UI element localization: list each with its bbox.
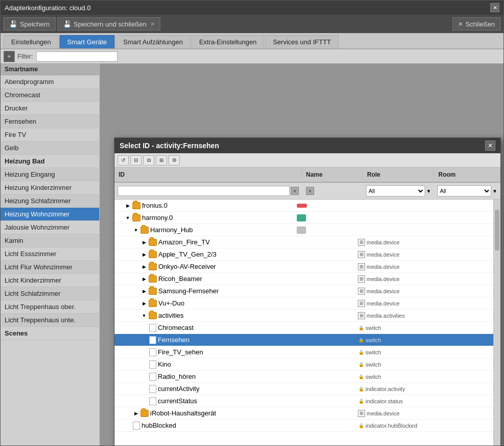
tree-cell-room [427, 241, 493, 243]
expand-icon[interactable]: ▼ [133, 227, 139, 233]
modal-tool-settings[interactable]: ⚙ [169, 155, 180, 165]
tree-row-samsung[interactable]: ▶ Samsung-Fernseher ⊞ media.device [115, 285, 493, 297]
role-text: media.activities [367, 313, 405, 319]
tree-row-apple-tv[interactable]: ▶ Apple_TV_Gen_2/3 ⊞ media.device [115, 248, 493, 261]
filter-input[interactable] [36, 51, 118, 62]
save-button[interactable]: 💾 Speichern [4, 17, 55, 31]
sidebar-item-heizung-schlafzimmer[interactable]: Heizung Schlafzimmer [1, 194, 99, 208]
vscroll-thumb [495, 210, 499, 250]
sidebar-item-firetv[interactable]: Fire TV [1, 128, 99, 142]
sidebar-item-licht-treppenhaus-ober[interactable]: Licht Treppenhaus ober. [1, 300, 99, 314]
tree-cell-room [427, 266, 493, 268]
sidebar-item-heizung-bad[interactable]: Heizung Bad [1, 155, 99, 168]
expand-icon[interactable]: ▶ [141, 288, 147, 294]
tab-services-ifttt[interactable]: Services und IFTTT [265, 35, 339, 48]
col-header-room: Room [434, 170, 500, 180]
tree-cell-role: ⊞ media.device [356, 287, 427, 296]
role-text: media.device [367, 264, 400, 270]
expand-icon[interactable]: ▶ [133, 410, 139, 416]
tree-row-current-activity[interactable]: currentActivity 🔒 indicator.activity [115, 383, 493, 395]
role-filter-select[interactable]: All [366, 185, 425, 197]
tree-cell-role: ⊞ media.device [356, 274, 427, 284]
lock-icon: 🔒 [358, 337, 364, 343]
expand-icon[interactable]: ▶ [141, 252, 147, 258]
sidebar-item-licht-kinderzimmer[interactable]: Licht Kinderzimmer [1, 274, 99, 287]
tree-row-ricoh-beamer[interactable]: ▶ Ricoh_Beamer ⊞ media.device [115, 273, 493, 285]
tree-cell-id: ▶ iRobot-Haushaltsgerät [115, 408, 295, 418]
tree-cell-id: ▶ Samsung-Fernseher [115, 286, 295, 296]
folder-icon [141, 410, 149, 417]
name-filter-clear[interactable]: × [306, 187, 314, 195]
expand-icon[interactable]: ▼ [141, 313, 147, 319]
sidebar-item-gelb[interactable]: Gelb [1, 142, 99, 155]
tree-row-irobot[interactable]: ▶ iRobot-Haushaltsgerät ⊞ media.device [115, 407, 493, 420]
role-text: switch [366, 361, 381, 368]
tree-row-fronius[interactable]: ▶ fronius.0 [115, 200, 493, 212]
modal-tool-list[interactable]: ⊟ [130, 155, 142, 165]
tree-row-fire-tv-sehen[interactable]: Fire_TV_sehen 🔒 switch [115, 346, 493, 358]
sidebar-item-abendprogramm[interactable]: Abendprogramm [1, 75, 99, 89]
room-filter-cell: All ▼ [434, 184, 500, 198]
window-close-button[interactable]: ✕ [490, 3, 499, 12]
tree-row-amazon-fire-tv[interactable]: ▶ Amazon_Fire_TV ⊞ media.device [115, 236, 493, 248]
sidebar-item-licht-treppenhaus-unte[interactable]: Licht Treppenhaus unte. [1, 314, 99, 327]
expand-icon[interactable]: ▶ [141, 276, 147, 282]
tab-extra-einstellungen[interactable]: Extra-Einstellungen [191, 35, 264, 48]
tree-row-chromecast[interactable]: Chromecast 🔒 switch [115, 322, 493, 334]
tree-row-activities[interactable]: ▼ activities ⊞ media.activities [115, 310, 493, 322]
sidebar-item-chromecast[interactable]: Chromecast [1, 89, 99, 102]
tree-row-kino[interactable]: Kino 🔒 switch [115, 358, 493, 371]
tree-row-harmony[interactable]: ▼ harmony.0 [115, 212, 493, 224]
sidebar-item-heizung-wohnzimmer[interactable]: Heizung Wohnzimmer [1, 208, 99, 221]
tree-cell-room [427, 400, 493, 402]
tab-smart-aufzaehlungen[interactable]: Smart Aufzählungen [116, 35, 190, 48]
tree-row-harmony-hub[interactable]: ▼ Harmony_Hub [115, 224, 493, 236]
expand-icon[interactable]: ▶ [141, 239, 147, 245]
filter-bar: + Filter: [1, 49, 503, 64]
tree-row-hub-blocked[interactable]: hubBlocked 🔒 indicator.hubBlocked [115, 420, 493, 432]
add-button[interactable]: + [4, 51, 15, 62]
save-close-button[interactable]: 💾 Speichern und schließen ✕ [58, 17, 160, 31]
close-button[interactable]: ✕ Schließen [453, 17, 500, 31]
expand-icon[interactable]: ▶ [141, 264, 147, 270]
tree-cell-room [427, 315, 493, 317]
tree-cell-name [295, 290, 356, 292]
vertical-scrollbar[interactable] [493, 200, 500, 445]
modal-tool-refresh[interactable]: ↺ [118, 155, 129, 165]
sidebar-item-licht-flur-wohnzimmer[interactable]: Licht Flur Wohnzimmer [1, 261, 99, 274]
lock-icon: 🔒 [358, 398, 364, 404]
expand-icon[interactable]: ▼ [125, 215, 131, 221]
tab-smart-geraete[interactable]: Smart Geräte [60, 35, 115, 48]
sidebar-item-heizung-eingang[interactable]: Heizung Eingang [1, 168, 99, 181]
tree-row-vu-duo[interactable]: ▶ Vu+-Duo ⊞ media.device [115, 297, 493, 310]
tree-row-current-status[interactable]: currentStatus 🔒 indicator.status [115, 395, 493, 407]
role-text: media.device [367, 276, 400, 282]
tab-einstellungen[interactable]: Einstellungen [4, 35, 59, 48]
modal-tool-copy[interactable]: ⧉ [143, 155, 154, 165]
sidebar-item-fernsehen[interactable]: Fernsehen [1, 115, 99, 128]
sidebar-item-kamin[interactable]: Kamin [1, 234, 99, 247]
modal-close-button[interactable]: ✕ [485, 141, 495, 151]
modal-toolbar: ↺ ⊟ ⧉ ⊞ ⚙ [115, 153, 500, 168]
sidebar-item-licht-essszimmer[interactable]: Licht Essszimmer [1, 247, 99, 261]
tree-row-fernsehen[interactable]: Fernsehen 🔒 switch [115, 334, 493, 346]
sidebar-item-label: Heizung Bad [5, 157, 45, 165]
modal-tool-expand[interactable]: ⊞ [156, 155, 167, 165]
sidebar-item-jalousie-wohnzimmer[interactable]: Jalousie Wohnzimmer [1, 221, 99, 234]
room-filter-select[interactable]: All [437, 185, 491, 197]
sidebar-item-heizung-kinderzimmer[interactable]: Heizung Kinderzimmer [1, 181, 99, 194]
expand-icon[interactable]: ▶ [125, 203, 131, 209]
tree-id-text: Apple_TV_Gen_2/3 [158, 250, 216, 258]
tree-id-text: Kino [158, 360, 171, 368]
sidebar-item-scenes[interactable]: Scenes [1, 327, 99, 340]
sidebar-item-licht-schlafzimmer[interactable]: Licht Schlafzimmer [1, 287, 99, 300]
tree-row-radio-hoeren[interactable]: Radio_hören 🔒 switch [115, 371, 493, 383]
tree-cell-name [295, 400, 356, 402]
tree-id-text: Amazon_Fire_TV [158, 238, 210, 246]
expand-icon[interactable]: ▶ [141, 300, 147, 306]
id-filter-input[interactable] [118, 186, 290, 196]
sidebar-item-drucker[interactable]: Drucker [1, 102, 99, 115]
id-filter-clear[interactable]: × [291, 187, 299, 195]
status-dot-teal [297, 214, 306, 221]
tree-row-onkyo[interactable]: ▶ Onkyo-AV-Receiver ⊞ media.device [115, 261, 493, 273]
